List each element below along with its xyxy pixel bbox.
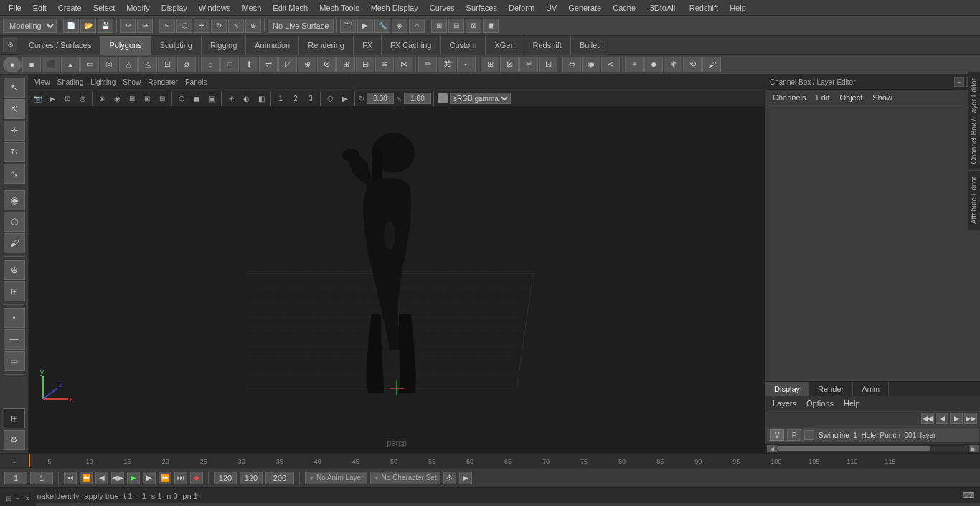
menu-uv[interactable]: UV <box>540 2 562 14</box>
layout1-btn[interactable]: ⊞ <box>431 19 447 33</box>
tab-polygons[interactable]: Polygons <box>100 36 151 55</box>
layer-v-btn[interactable]: V <box>770 429 784 441</box>
uv-cut-btn[interactable]: ✂ <box>519 57 538 72</box>
mode-selector[interactable]: Modeling <box>3 19 57 33</box>
menu-file[interactable]: File <box>3 2 27 14</box>
undo-btn[interactable]: ↩ <box>120 19 136 33</box>
square-btn[interactable]: □ <box>220 57 239 72</box>
weld-btn[interactable]: ⊗ <box>317 57 336 72</box>
save-scene-btn[interactable]: 💾 <box>98 19 113 33</box>
attribute-editor-edge-tab[interactable]: Attribute Editor <box>968 170 980 230</box>
tab-xgen[interactable]: XGen <box>486 36 524 55</box>
paint-select-btn[interactable]: ↖̃ <box>4 99 25 119</box>
help-menu-item[interactable]: Help <box>839 398 864 409</box>
auto-key-btn[interactable]: ◆ <box>190 472 203 484</box>
helix-btn[interactable]: ⌀ <box>177 57 196 72</box>
torus-btn[interactable]: ◎ <box>100 57 118 72</box>
select-mode-btn[interactable]: ↖ <box>4 78 25 98</box>
mirror-btn[interactable]: ⇔ <box>562 57 581 72</box>
show-menu-item-btn[interactable]: Show <box>868 92 897 103</box>
vp-shading3-btn[interactable]: ▣ <box>204 92 219 105</box>
history-btn[interactable]: ⟲ <box>683 57 702 72</box>
render-opts-btn[interactable]: 🔧 <box>374 19 390 33</box>
vp-smooth2-btn[interactable]: 3 <box>303 92 318 105</box>
snapping-btn[interactable]: ⊕ <box>4 260 25 280</box>
soft-select-btn[interactable]: ◉ <box>582 57 600 72</box>
vp-lighting2-btn[interactable]: ◐ <box>239 92 253 105</box>
soft-sel-btn[interactable]: ◉ <box>4 190 25 210</box>
paint-effects-btn[interactable]: ○ <box>409 19 425 33</box>
vp-isolate-btn[interactable]: ◉ <box>110 92 124 105</box>
prism-btn[interactable]: △ <box>119 57 138 72</box>
menu-edit[interactable]: Edit <box>27 2 52 14</box>
move-tool[interactable]: ✛ <box>194 19 209 33</box>
menu-edit-mesh[interactable]: Edit Mesh <box>267 2 314 14</box>
menu-display[interactable]: Display <box>156 2 193 14</box>
object-menu-btn[interactable]: Object <box>835 92 867 103</box>
layer-nav-next[interactable]: ▶ <box>950 413 963 424</box>
layer-tab-render[interactable]: Render <box>809 382 853 396</box>
layer-nav-prev[interactable]: ◀ <box>936 413 948 424</box>
win-close-btn[interactable]: ✕ <box>24 495 30 502</box>
win-icon-btn[interactable]: ⊞ <box>6 495 11 502</box>
vp-shading2-btn[interactable]: ◼ <box>189 92 204 105</box>
uv-layout-btn[interactable]: ⊠ <box>500 57 519 72</box>
vp-lighting1-btn[interactable]: ☀ <box>224 92 238 105</box>
tab-redshift[interactable]: Redshift <box>524 36 571 55</box>
render-seq-btn[interactable]: ▶ <box>357 19 373 33</box>
menu-modify[interactable]: Modify <box>121 2 155 14</box>
uv-sew-btn[interactable]: ⊡ <box>539 57 557 72</box>
end-frame-input[interactable] <box>214 472 237 484</box>
settings-btn2[interactable]: ⚙ <box>4 430 25 450</box>
panel-minimize-btn[interactable]: − <box>954 77 964 87</box>
scroll-left-btn[interactable]: ◀ <box>767 445 777 452</box>
play-fwd-btn[interactable]: ▶ <box>127 472 140 484</box>
menu-select[interactable]: Select <box>88 2 121 14</box>
options-menu-item[interactable]: Options <box>802 398 838 409</box>
tab-custom[interactable]: Custom <box>441 36 486 55</box>
vp-shadow-btn[interactable]: ◧ <box>254 92 268 105</box>
circle-btn[interactable]: ○ <box>201 57 220 72</box>
menu-mesh-display[interactable]: Mesh Display <box>365 2 424 14</box>
layout3-btn[interactable]: ⊠ <box>466 19 481 33</box>
tab-gear-btn[interactable]: ⚙ <box>3 38 17 52</box>
menu-help[interactable]: Help <box>724 2 752 14</box>
step-fwd-btn[interactable]: ▶ <box>143 472 156 484</box>
hypershade-btn[interactable]: ◈ <box>392 19 407 33</box>
renderer-menu-btn[interactable]: Renderer <box>145 78 181 87</box>
merge-btn[interactable]: ⊕ <box>298 57 316 72</box>
smooth-btn[interactable]: ≋ <box>375 57 394 72</box>
sym-btn[interactable]: ⊲ <box>601 57 620 72</box>
vp-xray-btn[interactable]: ⊗ <box>95 92 109 105</box>
menu-deform[interactable]: Deform <box>503 2 540 14</box>
python-expand-icon[interactable]: ⌨ <box>963 491 974 500</box>
cone-btn[interactable]: ▲ <box>61 57 80 72</box>
relax-btn[interactable]: ~ <box>457 57 476 72</box>
rotate-tool[interactable]: ↻ <box>211 19 227 33</box>
layer-nav-last[interactable]: ▶▶ <box>964 413 977 424</box>
rotate-mode-btn[interactable]: ↻ <box>4 142 25 162</box>
channels-menu-btn[interactable]: Channels <box>768 92 810 103</box>
view-menu-btn[interactable]: View <box>32 78 53 87</box>
comp-btn[interactable]: ◆ <box>644 57 663 72</box>
tab-curves-surfaces[interactable]: Curves / Surfaces <box>20 36 100 55</box>
vp-film-gate-btn[interactable]: ⊡ <box>60 92 75 105</box>
vp-camera-btn[interactable]: 📷 <box>30 92 44 105</box>
max-frame-input[interactable] <box>265 472 294 484</box>
go-end-btn[interactable]: ⏭ <box>174 472 187 484</box>
layer-nav-first[interactable]: ◀◀ <box>921 413 934 424</box>
menu-mesh[interactable]: Mesh <box>236 2 267 14</box>
layer-scrollbar[interactable]: ◀ ▶ <box>765 444 980 453</box>
prev-key-btn[interactable]: ⏪ <box>80 472 93 484</box>
menu-curves[interactable]: Curves <box>424 2 461 14</box>
vp-frame-sel-btn[interactable]: ⊟ <box>155 92 169 105</box>
loop-btn[interactable]: ⊞ <box>336 57 355 72</box>
menu-generate[interactable]: Generate <box>562 2 607 14</box>
vertex-mode-btn[interactable]: • <box>4 308 25 328</box>
plane-btn[interactable]: ▭ <box>80 57 99 72</box>
menu-surfaces[interactable]: Surfaces <box>461 2 503 14</box>
gamma-select[interactable]: sRGB gamma <box>450 93 511 104</box>
show-manip-btn[interactable]: ⊞ <box>4 281 25 301</box>
no-live-surface-btn[interactable]: No Live Surface <box>268 19 334 33</box>
tab-rigging[interactable]: Rigging <box>202 36 246 55</box>
